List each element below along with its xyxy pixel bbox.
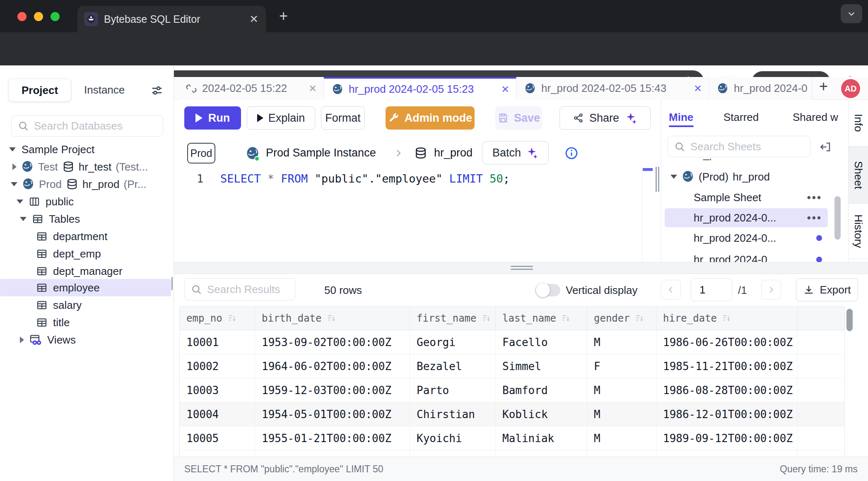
- tree-item-tables-group[interactable]: Tables: [20, 210, 170, 228]
- search-databases-input[interactable]: Search Databases: [11, 115, 163, 137]
- strip-tab-history[interactable]: History: [849, 204, 868, 259]
- cell[interactable]: Simmel: [496, 354, 587, 378]
- format-button[interactable]: Format: [321, 106, 365, 130]
- new-browser-tab-button[interactable]: +: [279, 7, 288, 25]
- cell[interactable]: M: [587, 402, 656, 426]
- explain-button[interactable]: Explain: [247, 106, 315, 130]
- column-header[interactable]: emp_no: [180, 307, 255, 330]
- cell[interactable]: Maliniak: [496, 426, 587, 450]
- tab-search-button[interactable]: [841, 4, 862, 23]
- tree-item-prod-instance[interactable]: Prod hr_prod (Pr...: [11, 176, 173, 193]
- strip-tab-sheet[interactable]: Sheet: [849, 146, 868, 204]
- share-button[interactable]: Share: [559, 106, 651, 130]
- cell[interactable]: 1985-11-21T00:00:00Z: [656, 354, 798, 378]
- table-row[interactable]: 10003 1959-12-03T00:00:00Z Parto Bamford…: [180, 378, 844, 402]
- tree-item-schema-public[interactable]: public: [17, 193, 170, 210]
- tree-item-table-dept-manager[interactable]: dept_manager: [36, 262, 171, 280]
- sheet-list-scrollbar[interactable]: [834, 196, 841, 240]
- sort-icon[interactable]: [227, 313, 237, 324]
- window-minimize-button[interactable]: [34, 12, 43, 21]
- tree-item-table-dept-emp[interactable]: dept_emp: [36, 245, 171, 262]
- cell[interactable]: Facello: [496, 330, 587, 354]
- sort-icon[interactable]: [634, 313, 645, 324]
- browser-tab[interactable]: Bytebase SQL Editor ✕: [77, 6, 266, 32]
- tree-item-table-title[interactable]: title: [36, 314, 171, 331]
- column-header[interactable]: birth_date: [255, 307, 410, 330]
- cell[interactable]: Bamford: [496, 378, 587, 402]
- column-header[interactable]: last_name: [496, 307, 587, 330]
- editor-tab-active[interactable]: hr_prod 2024-02-05 15:23 ✕: [324, 77, 516, 100]
- sort-icon[interactable]: [326, 313, 337, 324]
- tab-shared[interactable]: Shared w: [793, 111, 848, 124]
- cell[interactable]: 1989-06-02T00:00:00Z: [656, 450, 798, 457]
- table-row[interactable]: 10002 1964-06-02T00:00:00Z Bezalel Simme…: [180, 354, 844, 378]
- browser-tab-close-icon[interactable]: ✕: [249, 13, 258, 26]
- cell[interactable]: 10002: [180, 354, 255, 378]
- window-zoom-button[interactable]: [51, 12, 60, 21]
- cell[interactable]: 1989-09-12T00:00:00Z: [656, 426, 798, 450]
- cell[interactable]: Kyoichi: [410, 426, 496, 450]
- panel-resize-handle[interactable]: [656, 167, 659, 192]
- table-scrollbar[interactable]: [846, 309, 853, 331]
- add-editor-tab-button[interactable]: +: [819, 78, 828, 95]
- cell[interactable]: 1955-01-21T00:00:00Z: [255, 426, 410, 450]
- page-input[interactable]: 1: [691, 278, 732, 301]
- sheet-item[interactable]: Sample Sheet •••: [694, 189, 822, 206]
- editor-tab-4[interactable]: hr_prod 2024-0: [709, 77, 813, 100]
- cell[interactable]: Preusig: [496, 450, 587, 457]
- cell[interactable]: F: [587, 354, 656, 378]
- cell[interactable]: M: [587, 330, 656, 354]
- cell[interactable]: 10004: [180, 402, 255, 426]
- batch-button[interactable]: Batch: [482, 141, 549, 164]
- tree-item-table-department[interactable]: department: [36, 228, 171, 245]
- cell[interactable]: 1986-06-26T00:00:00Z: [656, 330, 798, 354]
- cell[interactable]: 10001: [180, 330, 255, 354]
- avatar[interactable]: AD: [841, 79, 860, 98]
- tab-starred[interactable]: Starred: [723, 111, 759, 124]
- sheet-item-selected[interactable]: hr_prod 2024-0... •••: [694, 209, 822, 226]
- table-row[interactable]: 10001 1953-09-02T00:00:00Z Georgi Facell…: [180, 330, 844, 354]
- editor-tab-adhoc[interactable]: 2024-02-05 15:22 ✕: [178, 77, 324, 100]
- sheet-menu-icon[interactable]: •••: [807, 191, 822, 204]
- table-row[interactable]: 10005 1955-01-21T00:00:00Z Kyoichi Malin…: [180, 426, 844, 450]
- cell[interactable]: 10005: [180, 426, 255, 450]
- close-tab-icon[interactable]: ✕: [501, 84, 509, 95]
- breadcrumb-instance[interactable]: Prod Sample Instance: [266, 147, 376, 159]
- cell[interactable]: F: [587, 450, 656, 457]
- run-button[interactable]: Run: [184, 106, 241, 130]
- admin-mode-button[interactable]: Admin mode: [386, 106, 475, 130]
- cell[interactable]: M: [587, 426, 656, 450]
- export-button[interactable]: Export: [796, 278, 858, 301]
- cell[interactable]: 1964-06-02T00:00:00Z: [255, 354, 410, 378]
- splitter-drag-handle[interactable]: [511, 266, 533, 270]
- filter-settings-icon[interactable]: [150, 84, 164, 98]
- table-row-partial[interactable]: 10006 1953-04-20T00:00:00Z Anneke Preusi…: [180, 450, 844, 457]
- cell[interactable]: Georgi: [410, 330, 496, 354]
- tree-item-project[interactable]: Sample Project: [9, 141, 171, 158]
- editor-scrollbar[interactable]: [642, 167, 653, 262]
- window-close-button[interactable]: [17, 12, 27, 21]
- sort-icon[interactable]: [481, 313, 492, 324]
- cell[interactable]: 1986-08-28T00:00:00Z: [656, 378, 798, 402]
- column-header[interactable]: hire_date: [656, 307, 798, 330]
- tree-item-table-salary[interactable]: salary: [36, 296, 171, 314]
- tab-project[interactable]: Project: [8, 79, 71, 102]
- sheet-item[interactable]: hr_prod 2024-0...: [694, 229, 822, 247]
- prev-page-button[interactable]: [661, 280, 681, 300]
- collapse-panel-icon[interactable]: [819, 140, 832, 154]
- cell[interactable]: Koblick: [496, 402, 587, 426]
- cell[interactable]: 1986-12-01T00:00:00Z: [656, 402, 798, 426]
- cell[interactable]: 1959-12-03T00:00:00Z: [255, 378, 410, 402]
- cell[interactable]: 1953-09-02T00:00:00Z: [255, 330, 410, 354]
- column-header[interactable]: first_name: [410, 307, 496, 330]
- close-tab-icon[interactable]: ✕: [309, 83, 317, 94]
- info-icon[interactable]: [564, 146, 579, 161]
- cell[interactable]: Parto: [410, 378, 496, 402]
- editor-tab-3[interactable]: hr_prod 2024-02-05 15:43 ✕: [516, 77, 709, 100]
- breadcrumb-database[interactable]: hr_prod: [434, 147, 473, 159]
- sheet-item-partial[interactable]: hr_prod 2024-0...: [694, 159, 776, 161]
- sort-icon[interactable]: [560, 313, 571, 324]
- cell[interactable]: 10003: [180, 378, 255, 402]
- table-row[interactable]: 10004 1954-05-01T00:00:00Z Chirstian Kob…: [180, 402, 844, 426]
- cell[interactable]: Bezalel: [410, 354, 496, 378]
